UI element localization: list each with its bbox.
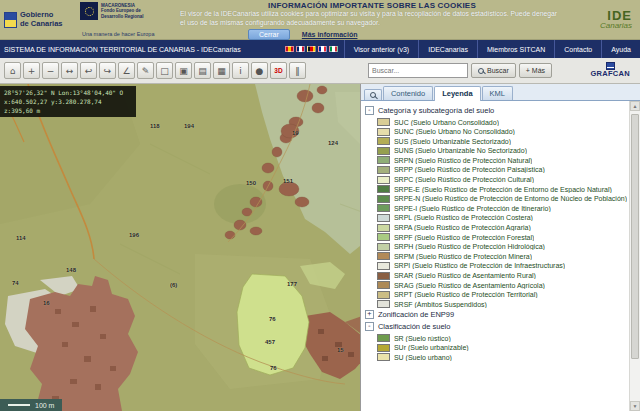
legend-label: SRAG (Suelo Rústico de Asentamiento Agrí… (394, 282, 545, 289)
coordinates-readout: 28°57'26,32" N Lon:13°48'04,40" O x:640.… (0, 86, 136, 117)
legend-swatch (377, 334, 390, 342)
panel-scrollbar[interactable] (629, 101, 640, 411)
macaronesia-line2: Fondo Europeo de (101, 8, 144, 13)
legend-label: SRPH (Suelo Rústico de Protección Hidrol… (394, 243, 545, 250)
legend-item-SUNC: SUNC (Suelo Urbano No Consolidado) (377, 128, 627, 136)
info-button[interactable]: i (232, 62, 249, 79)
legend-swatch (377, 166, 390, 174)
legend-label: SRPC (Suelo Rústico de Protección Cultur… (394, 176, 534, 183)
navbar-flags (279, 46, 344, 52)
legend-label: SRPE-I (Suelo Rústico de Protección de I… (394, 205, 551, 212)
legend-label: SRSF (Ámbitos Suspendidos) (394, 301, 487, 308)
print-button[interactable]: ▤ (194, 62, 211, 79)
scale-indicator: 100 m (0, 399, 62, 411)
legend-label: SU (Suelo urbano) (394, 354, 452, 361)
legend-swatch (377, 344, 390, 352)
panel-tabs: Contenido Leyenda KML (361, 84, 640, 101)
search-input[interactable] (368, 63, 468, 78)
scroll-down-icon[interactable] (630, 401, 640, 411)
legend-item-SRPT: SRPT (Suelo Rústico de Protección Territ… (377, 291, 627, 299)
tab-leyenda[interactable]: Leyenda (434, 86, 480, 101)
menu-item-2[interactable]: IDECanarias (418, 40, 477, 58)
legend-swatch (377, 195, 390, 203)
legend-swatch (377, 118, 390, 126)
tab-search[interactable] (364, 89, 382, 100)
legend-item-SRPC: SRPC (Suelo Rústico de Protección Cultur… (377, 176, 627, 184)
legend-item-SR: SR (Suelo rústico) (377, 334, 627, 342)
zoom-out-button[interactable]: − (42, 62, 59, 79)
legend-item-SUr: SUr (Suelo urbanizable) (377, 344, 627, 352)
menu-item-5[interactable]: Ayuda (601, 40, 640, 58)
menu-item-1[interactable]: Visor anterior (v3) (344, 40, 419, 58)
flag-de-icon[interactable] (307, 46, 316, 52)
map-viewport[interactable]: 11819419124751501511141961487416(6)17776… (0, 84, 360, 411)
grafcan-logo-text: GRAFCAN (590, 70, 630, 78)
legend-swatch (377, 176, 390, 184)
tab-kml[interactable]: KML (482, 86, 513, 100)
legend-swatch (377, 281, 390, 289)
legend-item-SRAG: SRAG (Suelo Rústico de Asentamiento Agrí… (377, 281, 627, 289)
cookie-notice: INFORMACIÓN IMPORTANTE SOBRE LAS COOKIES… (170, 0, 574, 39)
image-button[interactable]: ▣ (175, 62, 192, 79)
legend-swatch (377, 185, 390, 193)
zoom-in-button[interactable]: + (23, 62, 40, 79)
cookie-close-button[interactable]: Cerrar (248, 29, 290, 40)
legend-label: SRPF (Suelo Rústico de Protección Forest… (394, 234, 534, 241)
home-extent-button[interactable]: ⌂ (4, 62, 21, 79)
scrollbar-thumb[interactable] (631, 114, 639, 359)
3d-view-button[interactable]: 3D (270, 62, 287, 79)
gobierno-canarias-logo: Gobierno de Canarias (0, 0, 78, 39)
search-button[interactable]: Buscar (471, 63, 516, 78)
tab-contenido[interactable]: Contenido (383, 86, 433, 100)
collapse-icon[interactable]: - (365, 322, 374, 331)
select-area-button[interactable]: □ (156, 62, 173, 79)
pan-button[interactable]: ↔ (61, 62, 78, 79)
legend-swatch (377, 128, 390, 136)
legend-item-SRPE-N: SRPE-N (Suelo Rústico de Protección de E… (377, 195, 627, 203)
clasificacion-list: SR (Suelo rústico)SUr (Suelo urbanizable… (365, 334, 627, 361)
legend-item-SRPF: SRPF (Suelo Rústico de Protección Forest… (377, 233, 627, 241)
legend-label: SRPN (Suelo Rústico de Protección Natura… (394, 157, 533, 164)
navbar-menu: Visor anterior (v3)IDECanariasMiembros S… (344, 40, 640, 58)
draw-button[interactable]: ✎ (137, 62, 154, 79)
next-view-button[interactable]: ↪ (99, 62, 116, 79)
legend-swatch (377, 262, 390, 270)
expand-icon[interactable]: + (365, 310, 374, 319)
search-icon (478, 68, 484, 74)
flag-fr-icon[interactable] (318, 46, 327, 52)
menu-item-4[interactable]: Contacto (554, 40, 601, 58)
section-categoria-title: Categoría y subcategoría del suelo (378, 106, 494, 115)
legend-item-SRAR: SRAR (Suelo Rústico de Asentamiento Rura… (377, 272, 627, 280)
split-screen-button[interactable]: ‖ (289, 62, 306, 79)
eu-flag-icon (80, 2, 98, 20)
legend-swatch (377, 243, 390, 251)
toolbar-buttons: ⌂+−↔↩↪∠✎□▣▤▦i●3D‖ (4, 62, 306, 79)
legend-label: SUNC (Suelo Urbano No Consolidado) (394, 128, 515, 135)
legend-swatch (377, 353, 390, 361)
scale-bar-icon (8, 404, 30, 406)
legend-body: - Categoría y subcategoría del suelo SUC… (361, 101, 640, 411)
measure-length-button[interactable]: ∠ (118, 62, 135, 79)
section-enp-title: Zonificación de ENP99 (378, 310, 454, 319)
more-search-button[interactable]: + Más (519, 63, 552, 78)
legend-label: SRPE-N (Suelo Rústico de Protección de E… (394, 195, 627, 202)
legend-label: SRPA (Suelo Rústico de Protección Agrari… (394, 224, 531, 231)
legend-item-SUC: SUC (Suelo Urbano Consolidado) (377, 118, 627, 126)
flag-gb-icon[interactable] (296, 46, 305, 52)
legend-panel: Contenido Leyenda KML - Categoría y subc… (360, 84, 640, 411)
toolbar: ⌂+−↔↩↪∠✎□▣▤▦i●3D‖ Buscar + Más GRAFCAN (0, 58, 640, 84)
cookie-body: El visor de la IDECanarias utiliza cooki… (180, 10, 564, 28)
scroll-up-icon[interactable] (630, 101, 640, 111)
collapse-icon[interactable]: - (365, 106, 374, 115)
menu-item-3[interactable]: Miembros SITCAN (477, 40, 554, 58)
section-clasificacion: - Clasificación de suelo (365, 322, 627, 331)
flag-es-icon[interactable] (285, 46, 294, 52)
flag-it-icon[interactable] (329, 46, 338, 52)
cookie-title: INFORMACIÓN IMPORTANTE SOBRE LAS COOKIES (180, 1, 564, 10)
navbar: SISTEMA DE INFORMACIÓN TERRITORIAL DE CA… (0, 40, 640, 58)
legend-swatch (377, 204, 390, 212)
more-info-link[interactable]: Más información (302, 31, 358, 38)
street-view-button[interactable]: ● (251, 62, 268, 79)
previous-view-button[interactable]: ↩ (80, 62, 97, 79)
layers-button[interactable]: ▦ (213, 62, 230, 79)
